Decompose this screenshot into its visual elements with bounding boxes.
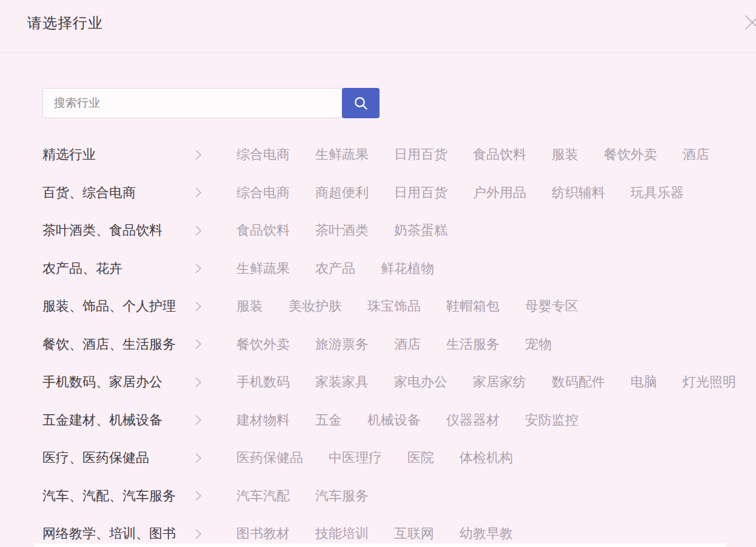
sub-item[interactable]: 旅游票务	[315, 335, 369, 354]
sub-item[interactable]: 食品饮料	[236, 221, 290, 240]
sub-item[interactable]: 图书教材	[236, 525, 290, 543]
category-row: 手机数码、家居办公 手机数码家装家具家电办公家居家纺数码配件电脑灯光照明	[42, 363, 756, 401]
chevron-right-icon	[195, 529, 236, 539]
sub-item[interactable]: 服装	[552, 146, 578, 164]
chevron-right-icon	[195, 377, 236, 388]
sub-item[interactable]: 日用百货	[394, 184, 447, 202]
category-label[interactable]: 五金建材、机械设备	[42, 411, 195, 429]
industry-select-modal: { "modal": { "title": "请选择行业" }, "search…	[0, 0, 756, 547]
sub-item[interactable]: 鲜花植物	[381, 260, 434, 278]
sub-item[interactable]: 食品饮料	[473, 146, 526, 164]
sub-item[interactable]: 户外用品	[473, 184, 526, 202]
sub-item[interactable]: 玩具乐器	[631, 184, 684, 202]
sub-item[interactable]: 农产品	[315, 260, 355, 278]
sub-item[interactable]: 中医理疗	[329, 449, 382, 467]
sub-item[interactable]: 生鲜蔬果	[236, 260, 290, 278]
modal-title: 请选择行业	[27, 13, 103, 33]
sub-item[interactable]: 幼教早教	[460, 525, 513, 543]
sub-item[interactable]: 五金	[315, 411, 342, 429]
sub-item[interactable]: 仪器器材	[446, 411, 500, 429]
sub-item[interactable]: 综合电商	[236, 146, 290, 164]
page-background-strip	[35, 543, 726, 547]
sub-items: 综合电商商超便利日用百货户外用品纺织辅料玩具乐器	[236, 184, 684, 202]
sub-item[interactable]: 酒店	[683, 146, 709, 164]
search-bar	[42, 88, 380, 118]
sub-item[interactable]: 茶叶酒类	[315, 221, 369, 240]
sub-item[interactable]: 生鲜蔬果	[315, 146, 369, 164]
category-label[interactable]: 农产品、花卉	[42, 260, 195, 278]
category-row: 百货、综合电商 综合电商商超便利日用百货户外用品纺织辅料玩具乐器	[42, 174, 756, 212]
search-icon	[352, 95, 369, 112]
category-row: 农产品、花卉 生鲜蔬果农产品鲜花植物	[42, 250, 756, 288]
category-label[interactable]: 汽车、汽配、汽车服务	[42, 487, 195, 505]
sub-item[interactable]: 商超便利	[315, 184, 369, 202]
sub-item[interactable]: 餐饮外卖	[236, 335, 290, 354]
sub-item[interactable]: 汽车汽配	[236, 487, 290, 505]
chevron-right-icon	[195, 187, 236, 198]
category-label[interactable]: 餐饮、酒店、生活服务	[42, 335, 195, 354]
sub-items: 手机数码家装家具家电办公家居家纺数码配件电脑灯光照明	[236, 373, 736, 391]
sub-items: 医药保健品中医理疗医院体检机构	[236, 449, 513, 467]
sub-item[interactable]: 生活服务	[446, 335, 500, 354]
chevron-right-icon	[195, 226, 236, 236]
sub-item[interactable]: 餐饮外卖	[604, 146, 657, 164]
sub-item[interactable]: 手机数码	[236, 373, 290, 391]
sub-item[interactable]: 体检机构	[460, 449, 513, 467]
sub-items: 生鲜蔬果农产品鲜花植物	[236, 260, 434, 278]
chevron-right-icon	[195, 339, 236, 349]
category-row: 医疗、医药保健品 医药保健品中医理疗医院体检机构	[42, 439, 756, 477]
sub-item[interactable]: 电脑	[631, 373, 657, 391]
sub-item[interactable]: 母婴专区	[525, 297, 578, 315]
sub-item[interactable]: 安防监控	[525, 411, 578, 429]
category-row: 茶叶酒类、食品饮料 食品饮料茶叶酒类奶茶蛋糕	[42, 212, 756, 250]
sub-item[interactable]: 服装	[236, 297, 263, 315]
chevron-right-icon	[195, 263, 236, 274]
modal-header: 请选择行业	[0, 0, 756, 53]
category-label[interactable]: 茶叶酒类、食品饮料	[42, 221, 195, 240]
category-row: 餐饮、酒店、生活服务 餐饮外卖旅游票务酒店生活服务宠物	[42, 326, 756, 364]
sub-item[interactable]: 奶茶蛋糕	[394, 221, 447, 240]
search-input[interactable]	[42, 88, 343, 118]
chevron-right-icon	[195, 453, 236, 463]
sub-item[interactable]: 珠宝饰品	[367, 297, 421, 315]
sub-item[interactable]: 家居家纺	[473, 373, 526, 391]
sub-item[interactable]: 综合电商	[236, 184, 290, 202]
sub-item[interactable]: 酒店	[394, 335, 421, 354]
sub-items: 餐饮外卖旅游票务酒店生活服务宠物	[236, 335, 552, 354]
category-label[interactable]: 服装、饰品、个人护理	[42, 297, 195, 315]
sub-item[interactable]: 建材物料	[236, 411, 290, 429]
sub-item[interactable]: 医院	[407, 449, 434, 467]
sub-items: 建材物料五金机械设备仪器器材安防监控	[236, 411, 578, 429]
sub-items: 服装美妆护肤珠宝饰品鞋帽箱包母婴专区	[236, 297, 578, 315]
sub-items: 综合电商生鲜蔬果日用百货食品饮料服装餐饮外卖酒店	[236, 146, 709, 164]
category-row: 精选行业 综合电商生鲜蔬果日用百货食品饮料服装餐饮外卖酒店	[42, 136, 756, 174]
chevron-right-icon	[195, 301, 236, 312]
sub-item[interactable]: 汽车服务	[315, 487, 369, 505]
search-button[interactable]	[342, 88, 380, 118]
category-row: 网络教学、培训、图书 图书教材技能培训互联网幼教早教	[42, 515, 756, 547]
sub-item[interactable]: 日用百货	[394, 146, 447, 164]
category-row: 五金建材、机械设备 建材物料五金机械设备仪器器材安防监控	[42, 401, 756, 440]
chevron-right-icon	[195, 415, 236, 425]
sub-item[interactable]: 家装家具	[315, 373, 369, 391]
sub-items: 汽车汽配汽车服务	[236, 487, 369, 505]
sub-item[interactable]: 纺织辅料	[552, 184, 605, 202]
sub-item[interactable]: 美妆护肤	[289, 297, 342, 315]
category-label[interactable]: 网络教学、培训、图书	[42, 525, 195, 543]
sub-item[interactable]: 家电办公	[394, 373, 447, 391]
sub-item[interactable]: 医药保健品	[236, 449, 303, 467]
category-label[interactable]: 百货、综合电商	[42, 184, 195, 202]
sub-item[interactable]: 灯光照明	[683, 373, 736, 391]
category-row: 服装、饰品、个人护理 服装美妆护肤珠宝饰品鞋帽箱包母婴专区	[42, 287, 756, 326]
sub-item[interactable]: 技能培训	[315, 525, 369, 543]
sub-item[interactable]: 宠物	[525, 335, 552, 354]
sub-item[interactable]: 互联网	[394, 525, 434, 543]
sub-item[interactable]: 机械设备	[367, 411, 421, 429]
sub-item[interactable]: 数码配件	[552, 373, 605, 391]
close-icon[interactable]	[743, 13, 756, 32]
category-label[interactable]: 医疗、医药保健品	[42, 449, 195, 467]
sub-items: 图书教材技能培训互联网幼教早教	[236, 525, 513, 543]
category-label[interactable]: 精选行业	[42, 146, 195, 164]
sub-item[interactable]: 鞋帽箱包	[446, 297, 500, 315]
category-label[interactable]: 手机数码、家居办公	[42, 373, 195, 391]
